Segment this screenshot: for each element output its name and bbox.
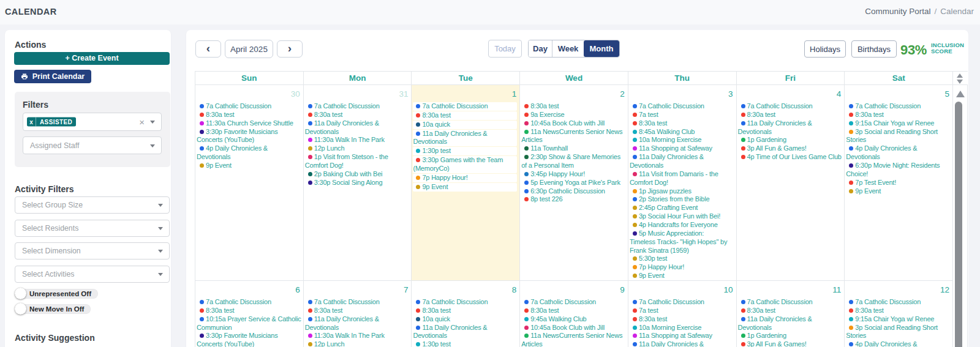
prev-month-button[interactable]: ‹ bbox=[195, 40, 221, 58]
toggle-knob[interactable] bbox=[15, 303, 26, 315]
calendar-event[interactable]: 8:45a Walking Club bbox=[630, 128, 735, 136]
day-cell-3[interactable]: 37a Catholic Discussion7a test8:30a test… bbox=[628, 85, 737, 281]
calendar-event[interactable]: 9p Event bbox=[846, 187, 951, 196]
calendar-event[interactable]: 8:30a test bbox=[630, 119, 735, 128]
calendar-event[interactable]: 8p test 226 bbox=[521, 195, 627, 204]
calendar-event[interactable]: 4p Daily Chronicles & Devotionals bbox=[197, 144, 302, 162]
calendar-event[interactable]: 3:30p Social Sing Along bbox=[305, 179, 410, 187]
day-number[interactable]: 3 bbox=[628, 85, 736, 98]
day-cell-8[interactable]: 87a Catholic Discussion8:30a test10a qui… bbox=[412, 281, 520, 347]
toggle-new-move-in-off[interactable]: New Move In Off bbox=[15, 304, 91, 314]
calendar-event[interactable]: 3:30p Games with the Team (MemoryCo) bbox=[413, 156, 517, 173]
calendar-event[interactable]: 9:15a Chair Yoga w/ Renee bbox=[846, 315, 951, 324]
day-number[interactable]: 5 bbox=[845, 85, 952, 98]
calendar-event[interactable]: 7a Catholic Discussion bbox=[413, 298, 518, 307]
day-cell-9[interactable]: 97a Catholic Discussion8:30a test9:45a W… bbox=[520, 281, 628, 347]
calendar-event[interactable]: 7a test bbox=[630, 111, 735, 119]
scroll-down-small-icon[interactable] bbox=[957, 80, 963, 84]
calendar-event[interactable]: 10:15a Prayer Service & Catholic Communi… bbox=[197, 315, 302, 332]
day-number[interactable]: 12 bbox=[845, 281, 952, 294]
view-week-button[interactable]: Week bbox=[552, 40, 584, 57]
calendar-event[interactable]: 8:30a test bbox=[197, 111, 302, 119]
calendar-event[interactable]: 7a Catholic Discussion bbox=[846, 298, 951, 307]
activity-select-select-residents[interactable]: Select Residents bbox=[15, 220, 170, 237]
calendar-event[interactable]: 10a quick bbox=[413, 121, 517, 129]
chevron-down-icon[interactable] bbox=[158, 204, 163, 207]
breadcrumb-community-portal[interactable]: Community Portal bbox=[865, 7, 930, 16]
assigned-staff-select[interactable]: Assigned Staff bbox=[23, 136, 162, 154]
calendar-event[interactable]: 9p Event bbox=[630, 272, 735, 280]
activity-select-select-dimension[interactable]: Select Dimension bbox=[15, 242, 170, 259]
calendar-event[interactable]: 1p Jigsaw puzzles bbox=[630, 187, 735, 196]
day-cell-31[interactable]: 317a Catholic Discussion8:30a test11a Da… bbox=[304, 85, 412, 281]
scroll-up-small-icon[interactable] bbox=[957, 73, 963, 78]
day-number[interactable]: 1 bbox=[412, 85, 519, 98]
scroll-up-icon[interactable] bbox=[956, 91, 965, 97]
calendar-event[interactable]: 12p Lunch bbox=[305, 144, 410, 153]
day-cell-12[interactable]: 127a Catholic Discussion8:30a test9:15a … bbox=[845, 281, 953, 347]
calendar-event[interactable]: 11a Shopping at Safeway bbox=[630, 332, 735, 340]
calendar-event[interactable]: 3p Social Hour Fun with Bei! bbox=[630, 212, 735, 221]
calendar-event[interactable]: 11a Visit from Damaris - the Comfort Dog… bbox=[630, 170, 735, 187]
day-cell-30[interactable]: 307a Catholic Discussion8:30a test11:30a… bbox=[195, 85, 304, 281]
calendar-event[interactable]: 4p Time of Our Lives Game Club bbox=[738, 153, 843, 162]
calendar-event[interactable]: 2:45p Crafting Event bbox=[630, 204, 735, 212]
calendar-event[interactable]: 1p Gardening bbox=[738, 332, 843, 340]
calendar-event[interactable]: 10a Morning Exercise bbox=[630, 136, 735, 144]
filter-tag-select[interactable]: x ASSISTED × bbox=[23, 113, 162, 131]
chevron-down-icon[interactable] bbox=[158, 273, 163, 276]
calendar-event[interactable]: 11a Townhall bbox=[521, 144, 627, 153]
activity-select-select-activities[interactable]: Select Activities bbox=[15, 266, 170, 283]
calendar-event[interactable]: 2p Baking Club with Bei bbox=[305, 170, 410, 179]
chip-remove-icon[interactable]: x bbox=[27, 118, 36, 127]
calendar-event[interactable]: 11a Daily Chronicles & Devotionals bbox=[738, 119, 843, 136]
day-cell-4[interactable]: 47a Catholic Discussion8:30a test11a Dai… bbox=[737, 85, 845, 281]
calendar-event[interactable]: 1p Visit from Stetson - the Comfort Dog! bbox=[305, 153, 410, 170]
calendar-event[interactable]: 3p Social and Reading Short Stories bbox=[846, 324, 951, 341]
calendar-event[interactable]: 7a Catholic Discussion bbox=[630, 298, 735, 307]
day-cell-6[interactable]: 67a Catholic Discussion8:30a test10:15a … bbox=[195, 281, 304, 347]
calendar-event[interactable]: 11a Daily Chronicles & Devotionals bbox=[305, 119, 410, 136]
calendar-event[interactable]: 11a Daily Chronicles & Devotionals bbox=[630, 340, 735, 347]
calendar-event[interactable]: 11a Daily Chronicles & Devotionals bbox=[305, 315, 410, 332]
calendar-event[interactable]: 7a Catholic Discussion bbox=[846, 102, 951, 111]
calendar-event[interactable]: 3p All Fun & Games! bbox=[738, 340, 843, 347]
calendar-event[interactable]: 7a test bbox=[630, 307, 735, 315]
calendar-event[interactable]: 4p Daily Chronicles & Devotionals bbox=[846, 340, 951, 347]
calendar-event[interactable]: 5p Evening Yoga at Pike's Park bbox=[521, 179, 627, 187]
calendar-event[interactable]: 8:30a test bbox=[521, 102, 627, 111]
calendar-event[interactable]: 2p Stories from the Bible bbox=[630, 195, 735, 204]
calendar-event[interactable]: 5:30p test bbox=[630, 255, 735, 263]
calendar-event[interactable]: 11:30a Walk In The Park bbox=[305, 136, 410, 144]
calendar-event[interactable]: 3p All Fun & Games! bbox=[738, 144, 843, 153]
calendar-event[interactable]: 7a Catholic Discussion bbox=[738, 102, 843, 111]
activity-select-select-group-size[interactable]: Select Group Size bbox=[15, 196, 170, 214]
calendar-event[interactable]: 8:30a test bbox=[630, 315, 735, 324]
calendar-event[interactable]: 8:30a test bbox=[738, 111, 843, 119]
calendar-event[interactable]: 8:30a test bbox=[738, 307, 843, 315]
clear-filter-icon[interactable]: × bbox=[139, 118, 145, 127]
calendar-event[interactable]: 8:30a test bbox=[413, 111, 517, 120]
day-number[interactable]: 31 bbox=[304, 85, 412, 98]
calendar-event[interactable]: 11:30a Walk In The Park bbox=[305, 332, 410, 340]
day-cell-10[interactable]: 107a Catholic Discussion7a test8:30a tes… bbox=[628, 281, 737, 347]
chevron-down-icon[interactable] bbox=[150, 121, 155, 124]
calendar-event[interactable]: 7a Catholic Discussion bbox=[521, 298, 627, 307]
calendar-event[interactable]: 7a Catholic Discussion bbox=[413, 102, 517, 111]
holidays-button[interactable]: Holidays bbox=[804, 40, 846, 58]
scrollbar-thumb[interactable] bbox=[955, 102, 962, 347]
view-day-button[interactable]: Day bbox=[529, 40, 552, 57]
calendar-event[interactable]: 9a Exercise bbox=[521, 111, 627, 119]
calendar-event[interactable]: 7p Happy Hour! bbox=[413, 174, 517, 182]
calendar-event[interactable]: 8:30a test bbox=[521, 307, 627, 315]
calendar-event[interactable]: 9:15a Chair Yoga w/ Renee bbox=[846, 119, 951, 128]
day-number[interactable]: 2 bbox=[520, 85, 628, 98]
day-number[interactable]: 11 bbox=[737, 281, 845, 294]
next-month-button[interactable]: › bbox=[277, 40, 303, 58]
calendar-event[interactable]: 3:30p Favorite Musicians Concerts (YouTu… bbox=[197, 128, 302, 145]
toggle-unrepresented-off[interactable]: Unrepresented Off bbox=[15, 288, 98, 299]
calendar-event[interactable]: 8:30a test bbox=[413, 307, 518, 315]
current-month-label[interactable]: April 2025 bbox=[225, 40, 273, 58]
calendar-event[interactable]: 7a Catholic Discussion bbox=[630, 102, 735, 111]
calendar-event[interactable]: 7p Happy Hour! bbox=[630, 263, 735, 272]
